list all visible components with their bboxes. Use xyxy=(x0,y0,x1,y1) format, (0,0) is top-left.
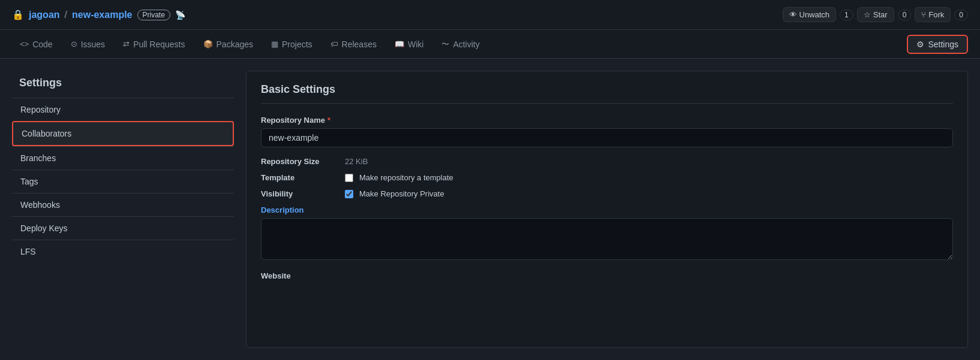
pr-icon: ⇄ xyxy=(123,40,130,49)
tab-packages-label: Packages xyxy=(217,40,253,49)
tab-issues[interactable]: ⊙ Issues xyxy=(63,34,113,55)
content-title: Basic Settings xyxy=(261,83,953,104)
required-indicator: * xyxy=(327,116,330,125)
sidebar: Settings Repository Collaborators Branch… xyxy=(12,71,234,348)
visibility-row: Visibility Make Repository Private xyxy=(261,189,953,198)
issues-icon: ⊙ xyxy=(71,40,77,49)
sidebar-item-label: LFS xyxy=(20,247,36,256)
sidebar-item-lfs[interactable]: LFS xyxy=(12,240,234,263)
settings-icon: ⚙ xyxy=(916,40,924,49)
fork-count: 0 xyxy=(954,10,968,20)
rss-icon[interactable]: 📡 xyxy=(175,10,185,20)
tab-wiki-label: Wiki xyxy=(408,40,423,49)
tab-pr-label: Pull Requests xyxy=(133,40,185,49)
repo-size-row: Repository Size 22 KiB xyxy=(261,157,953,166)
star-count: 0 xyxy=(898,10,912,20)
tab-releases[interactable]: 🏷 Releases xyxy=(323,34,384,55)
tab-settings-label: Settings xyxy=(928,40,958,49)
star-label: Star xyxy=(873,10,888,19)
sidebar-item-label: Collaborators xyxy=(22,129,71,138)
sidebar-item-label: Deploy Keys xyxy=(20,223,68,233)
sidebar-item-label: Webhooks xyxy=(20,200,60,210)
repo-name-label: Repository Name * xyxy=(261,116,953,125)
sidebar-item-label: Tags xyxy=(20,177,38,186)
sidebar-item-repository[interactable]: Repository xyxy=(12,98,234,121)
tab-code[interactable]: <> Code xyxy=(12,34,61,55)
sidebar-item-label: Branches xyxy=(20,153,56,163)
packages-icon: 📦 xyxy=(203,40,213,49)
repo-owner[interactable]: jagoan xyxy=(29,10,60,20)
sidebar-title: Settings xyxy=(12,71,234,98)
tab-projects[interactable]: ▦ Projects xyxy=(263,34,320,55)
code-icon: <> xyxy=(20,40,29,49)
tab-pull-requests[interactable]: ⇄ Pull Requests xyxy=(115,34,193,55)
projects-icon: ▦ xyxy=(271,40,278,49)
tab-settings[interactable]: ⚙ Settings xyxy=(907,35,968,54)
description-textarea[interactable] xyxy=(261,218,953,260)
header-actions: 👁 Unwatch 1 ☆ Star 0 ⑂ Fork 0 xyxy=(783,7,968,22)
tab-code-label: Code xyxy=(32,40,52,49)
unwatch-icon: 👁 xyxy=(789,10,797,19)
activity-icon: 〜 xyxy=(441,39,449,50)
visibility-text: Make Repository Private xyxy=(359,189,444,198)
sidebar-item-label: Repository xyxy=(20,105,61,114)
sidebar-item-deploy-keys[interactable]: Deploy Keys xyxy=(12,216,234,240)
repo-name-group: Repository Name * xyxy=(261,116,953,147)
fork-button[interactable]: ⑂ Fork xyxy=(915,7,951,22)
unwatch-label: Unwatch xyxy=(799,10,830,19)
unwatch-count: 1 xyxy=(840,10,853,20)
template-checkbox[interactable] xyxy=(345,174,353,182)
tab-wiki[interactable]: 📖 Wiki xyxy=(387,34,431,55)
content-area: Basic Settings Repository Name * Reposit… xyxy=(246,71,968,348)
star-icon: ☆ xyxy=(864,10,871,19)
website-label: Website xyxy=(261,271,953,280)
description-label: Description xyxy=(261,205,953,214)
template-label: Template xyxy=(261,173,339,182)
unwatch-button[interactable]: 👁 Unwatch xyxy=(783,7,837,22)
wiki-icon: 📖 xyxy=(395,40,404,49)
sidebar-item-webhooks[interactable]: Webhooks xyxy=(12,193,234,216)
tab-releases-label: Releases xyxy=(342,40,377,49)
tab-packages[interactable]: 📦 Packages xyxy=(196,34,261,55)
tab-activity[interactable]: 〜 Activity xyxy=(434,34,487,55)
private-badge: Private xyxy=(137,10,170,20)
repo-size-label: Repository Size xyxy=(261,157,339,166)
visibility-label: Visibility xyxy=(261,189,339,198)
template-row: Template Make repository a template xyxy=(261,173,953,182)
header-bar: 🔒 jagoan / new-example Private 📡 👁 Unwat… xyxy=(0,0,980,30)
repo-size-value: 22 KiB xyxy=(345,157,368,166)
lock-icon: 🔒 xyxy=(12,9,24,20)
tab-issues-label: Issues xyxy=(81,40,105,49)
website-group: Website xyxy=(261,271,953,280)
repo-name-input[interactable] xyxy=(261,128,953,147)
tab-activity-label: Activity xyxy=(453,40,479,49)
template-text: Make repository a template xyxy=(359,173,453,182)
sidebar-item-collaborators[interactable]: Collaborators xyxy=(12,121,234,146)
star-button[interactable]: ☆ Star xyxy=(857,7,894,22)
fork-icon: ⑂ xyxy=(921,10,926,19)
nav-tabs: <> Code ⊙ Issues ⇄ Pull Requests 📦 Packa… xyxy=(0,30,980,59)
sidebar-item-tags[interactable]: Tags xyxy=(12,170,234,193)
sidebar-item-branches[interactable]: Branches xyxy=(12,146,234,170)
releases-icon: 🏷 xyxy=(330,40,338,49)
visibility-checkbox[interactable] xyxy=(345,190,353,198)
fork-label: Fork xyxy=(928,10,944,19)
repo-title: 🔒 jagoan / new-example Private 📡 xyxy=(12,9,185,20)
main-layout: Settings Repository Collaborators Branch… xyxy=(0,59,980,360)
tab-projects-label: Projects xyxy=(282,40,312,49)
repo-separator: / xyxy=(65,10,67,20)
repo-name[interactable]: new-example xyxy=(72,10,132,20)
description-group: Description xyxy=(261,205,953,262)
